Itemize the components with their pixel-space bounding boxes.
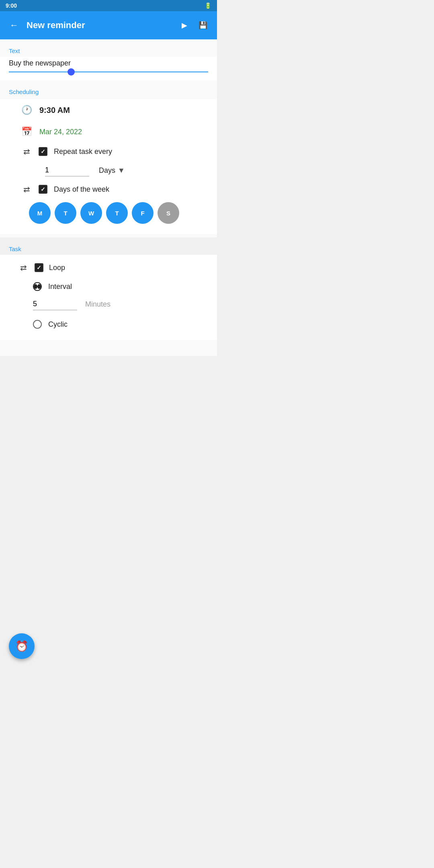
- back-button[interactable]: ←: [6, 17, 22, 34]
- dropdown-arrow-icon: ▼: [118, 166, 125, 175]
- text-section-label: Text: [0, 39, 217, 57]
- repeat-task-row[interactable]: ⇄ Repeat task every: [9, 143, 208, 160]
- minutes-label: Minutes: [85, 300, 111, 309]
- days-of-week-checkbox[interactable]: [39, 185, 47, 194]
- text-input[interactable]: [9, 57, 208, 72]
- cyclic-radio[interactable]: [33, 320, 42, 329]
- time-row[interactable]: 🕐 9:30 AM: [9, 99, 208, 121]
- app-bar: ← New reminder ▶ 💾: [0, 11, 217, 39]
- day-tuesday[interactable]: T: [55, 202, 76, 224]
- loop-label: Loop: [49, 264, 65, 272]
- day-monday[interactable]: M: [29, 202, 51, 224]
- minutes-input[interactable]: [33, 298, 77, 310]
- text-input-container: [0, 57, 217, 80]
- calendar-icon: 📅: [21, 127, 32, 137]
- days-of-week-row[interactable]: ⇄ Days of the week: [9, 180, 208, 198]
- repeat-task-checkbox[interactable]: [39, 147, 47, 156]
- loop-repeat-icon: ⇄: [18, 263, 29, 272]
- days-of-week-label: Days of the week: [54, 185, 109, 194]
- cyclic-option-label: Cyclic: [48, 320, 68, 329]
- day-circles-container: M T W T F S: [9, 198, 208, 228]
- battery-icon: 🔋: [205, 2, 211, 9]
- date-row[interactable]: 📅 Mar 24, 2022: [9, 121, 208, 143]
- cyclic-option-row[interactable]: Cyclic: [9, 314, 208, 332]
- minutes-row: Minutes: [9, 294, 208, 314]
- text-cursor: [68, 68, 75, 76]
- clock-icon: 🕐: [21, 105, 32, 115]
- status-bar: 9:00 🔋: [0, 0, 217, 11]
- interval-input-row: Days ▼: [33, 160, 208, 180]
- play-button[interactable]: ▶: [178, 18, 190, 33]
- status-time: 9:00: [6, 2, 17, 9]
- interval-option-label: Interval: [48, 283, 72, 291]
- repeat-week-icon: ⇄: [21, 184, 32, 194]
- time-value: 9:30 AM: [39, 106, 70, 115]
- day-friday[interactable]: F: [132, 202, 154, 224]
- days-unit-label: Days: [99, 166, 115, 175]
- days-dropdown[interactable]: Days ▼: [99, 166, 125, 175]
- task-section-label: Task: [0, 237, 217, 255]
- repeat-task-label: Repeat task every: [54, 147, 112, 156]
- interval-option-row[interactable]: Interval: [9, 276, 208, 294]
- content-area: Text Scheduling 🕐 9:30 AM 📅 Mar 24, 2022…: [0, 39, 217, 356]
- bottom-padding: [0, 340, 217, 356]
- repeat-icon: ⇄: [21, 147, 32, 156]
- interval-radio[interactable]: [33, 282, 42, 291]
- loop-row[interactable]: ⇄ Loop: [9, 259, 208, 276]
- day-wednesday[interactable]: W: [80, 202, 102, 224]
- scheduling-section-label: Scheduling: [0, 80, 217, 98]
- interval-number-input[interactable]: [45, 164, 89, 176]
- scheduling-section: 🕐 9:30 AM 📅 Mar 24, 2022 ⇄ Repeat task e…: [0, 99, 217, 234]
- loop-checkbox[interactable]: [35, 263, 43, 272]
- save-button[interactable]: 💾: [195, 18, 211, 33]
- date-value: Mar 24, 2022: [39, 128, 82, 136]
- task-content: ⇄ Loop Interval Minutes Cyclic: [0, 255, 217, 340]
- day-saturday[interactable]: S: [158, 202, 179, 224]
- task-section: Task ⇄ Loop Interval Minutes Cyclic: [0, 237, 217, 340]
- page-title: New reminder: [27, 20, 174, 31]
- day-thursday[interactable]: T: [106, 202, 128, 224]
